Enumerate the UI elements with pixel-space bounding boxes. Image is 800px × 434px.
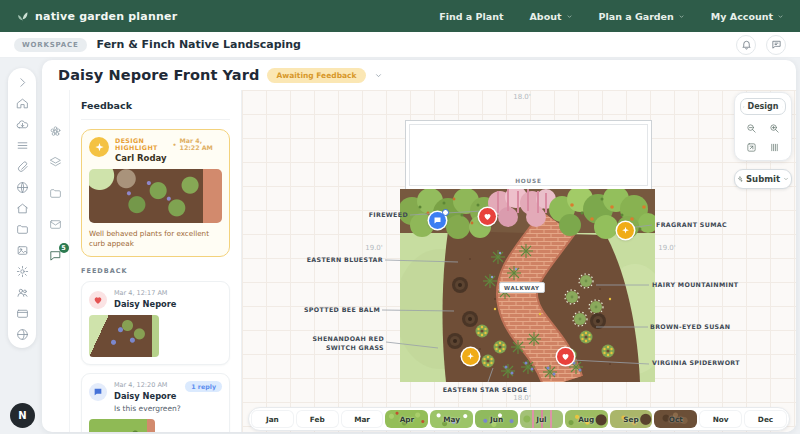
comments-tab[interactable]: 5 [48, 248, 64, 262]
month-jun[interactable]: Jun [475, 410, 518, 428]
fit-screen-button[interactable] [745, 141, 759, 153]
plants-tab[interactable] [48, 124, 64, 138]
heart-icon [561, 352, 570, 361]
layers-tab[interactable] [48, 155, 64, 169]
month-aug[interactable]: Aug [565, 410, 608, 428]
sidebar-item-settings[interactable] [13, 264, 31, 278]
zoom-out-icon [746, 123, 757, 134]
month-nov[interactable]: Nov [699, 410, 742, 428]
chevron-down-icon [777, 13, 784, 20]
month-apr[interactable]: Apr [385, 410, 428, 428]
project-panel: Daisy Nepore Front Yard Awaiting Feedbac… [42, 60, 796, 432]
sidebar-item-attachments[interactable] [13, 159, 31, 173]
chevron-down-icon [782, 103, 784, 111]
sidebar-item-home[interactable] [13, 96, 31, 110]
nav-about[interactable]: About [530, 11, 573, 22]
heart-marker[interactable] [479, 208, 496, 225]
heart-reaction-badge [89, 291, 107, 309]
globe-alt-icon [16, 328, 29, 341]
messages-button[interactable] [766, 35, 786, 55]
sidebar-item-billing[interactable] [13, 306, 31, 320]
month-jul[interactable]: Jul [520, 410, 563, 428]
label-eastern-star-sedge: EASTERN STAR SEDGE [440, 386, 530, 395]
bloom-calendar: Jan Feb Mar Apr May Jun Jul Aug Sep Oct … [248, 407, 790, 431]
nav-links: Find a Plant About Plan a Garden My Acco… [439, 11, 784, 22]
home-alt-icon [16, 202, 29, 215]
sidebar-item-explore[interactable] [13, 180, 31, 194]
label-eastern-bluestar: EASTERN BLUESTAR [275, 256, 383, 265]
heart-marker[interactable] [557, 348, 574, 365]
nav-my-account[interactable]: My Account [711, 11, 784, 22]
dimension-left: 19.0' [354, 244, 394, 252]
user-avatar[interactable]: N [10, 403, 35, 428]
paperclip-icon [16, 160, 29, 173]
feedback-tool-rail: 5 [42, 90, 70, 432]
credit-card-icon [16, 307, 29, 320]
design-highlight-card[interactable]: DESIGN HIGHLIGHT•Mar 4, 12:22 AM Carl Ro… [81, 129, 230, 257]
house-label: HOUSE [406, 178, 651, 184]
users-icon [16, 286, 29, 299]
feedback-item[interactable]: Mar 4, 12:17 AM Daisy Nepore [81, 281, 230, 365]
canvas-toolbar: Design Submit [734, 92, 792, 189]
walkway-label: WALKWAY [499, 282, 545, 293]
zoom-out-button[interactable] [745, 122, 759, 134]
sidebar-item-team[interactable] [13, 285, 31, 299]
image-icon [16, 244, 29, 257]
sparkle-icon [466, 352, 475, 361]
submit-button[interactable]: Submit [734, 169, 792, 189]
brand-logo[interactable]: native garden planner [16, 10, 177, 23]
feedback-author: Daisy Nepore [114, 391, 181, 401]
sidebar-item-cloud[interactable] [13, 117, 31, 131]
top-navbar: native garden planner Find a Plant About… [0, 0, 800, 32]
design-menu-button[interactable]: Design [740, 98, 786, 115]
chevron-right-icon [16, 76, 29, 89]
zoom-in-button[interactable] [768, 122, 782, 134]
design-canvas[interactable]: 18.0' 19.0' 19.0' 18.0' HOUSE [242, 90, 796, 432]
month-sep[interactable]: Sep [610, 410, 653, 428]
workspace-name: Fern & Finch Native Landscaping [97, 38, 726, 51]
unread-count-badge: 5 [59, 243, 69, 253]
sidebar-item-properties[interactable] [13, 201, 31, 215]
highlight-marker[interactable] [462, 348, 479, 365]
feedback-thumbnail [89, 315, 159, 357]
month-feb[interactable]: Feb [296, 410, 339, 428]
home-icon [16, 97, 29, 110]
status-badge: Awaiting Feedback [267, 68, 365, 83]
month-mar[interactable]: Mar [341, 410, 384, 428]
grid-toggle-button[interactable] [768, 141, 782, 153]
fit-screen-icon [746, 142, 757, 153]
project-header: Daisy Nepore Front Yard Awaiting Feedbac… [42, 60, 796, 90]
sidebar-item-projects[interactable] [13, 222, 31, 236]
grid-icon [769, 142, 780, 153]
gear-icon [16, 265, 29, 278]
pen-icon [743, 103, 745, 111]
house-footprint[interactable]: HOUSE [405, 120, 652, 190]
nav-plan-a-garden[interactable]: Plan a Garden [599, 11, 685, 22]
label-shenandoah-red-switch-grass: SHENANDOAH RED SWITCH GRASS [278, 335, 384, 353]
comment-marker[interactable] [429, 212, 446, 229]
month-may[interactable]: May [430, 410, 473, 428]
feedback-item[interactable]: 1 reply Mar 4, 12:20 AM Daisy Nepore Is … [81, 373, 230, 432]
workspace-badge: WORKSPACE [14, 38, 87, 52]
sidebar-item-gallery[interactable] [13, 243, 31, 257]
page-title: Daisy Nepore Front Yard [58, 67, 259, 83]
files-tab[interactable] [48, 186, 64, 200]
folder-icon [16, 223, 29, 236]
label-hairy-mountainmint: HAIRY MOUNTAINMINT [652, 281, 739, 290]
month-oct[interactable]: Oct [654, 410, 697, 428]
sparkle-icon [621, 226, 630, 235]
month-dec[interactable]: Dec [744, 410, 787, 428]
sparkle-icon [94, 142, 105, 153]
mail-tab[interactable] [48, 217, 64, 231]
highlight-marker[interactable] [617, 222, 634, 239]
sidebar-expand-button[interactable] [13, 75, 31, 89]
month-jan[interactable]: Jan [251, 410, 294, 428]
app-root: native garden planner Find a Plant About… [0, 0, 800, 434]
highlight-thumbnail [89, 169, 222, 223]
sidebar-item-web[interactable] [13, 327, 31, 341]
feedback-date: Mar 4, 12:20 AM [114, 381, 181, 389]
nav-find-a-plant[interactable]: Find a Plant [439, 11, 503, 22]
design-selector-chevron-icon[interactable] [374, 71, 383, 80]
sidebar-item-menu[interactable] [13, 138, 31, 152]
notifications-button[interactable] [736, 35, 756, 55]
